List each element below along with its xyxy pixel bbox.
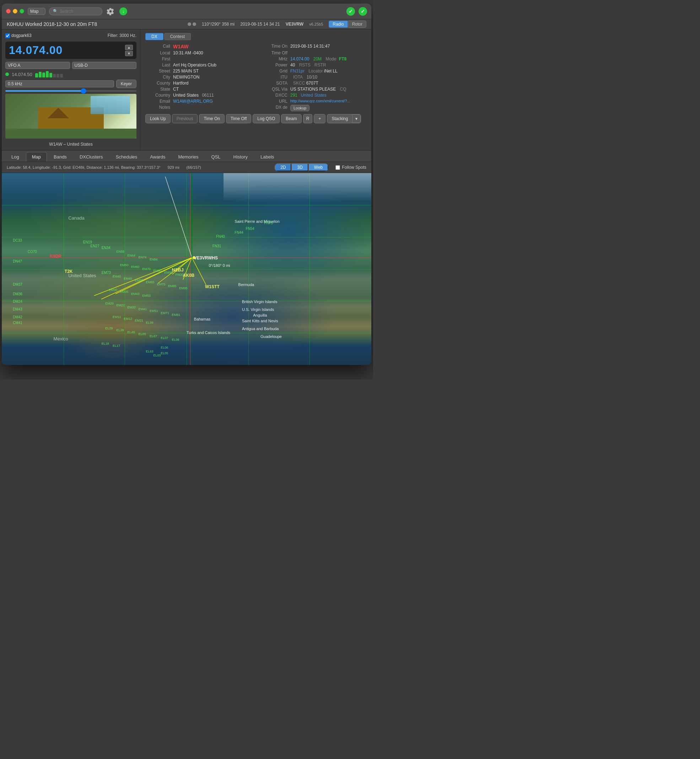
freq-up[interactable]: ▲ [125,45,133,50]
nav-tab-bar: Log Map Bands DXClusters Schedules Award… [2,150,371,162]
follow-spots[interactable]: Follow Spots [336,165,366,170]
dx-de-label: DX de [252,105,288,111]
filter-label: Filter: 3000 Hz. [108,33,136,38]
tab-bands[interactable]: Bands [48,152,73,162]
tab-history[interactable]: History [227,152,254,162]
state-label: State [145,87,170,92]
settings-button[interactable] [106,7,115,16]
dxcc-country: United States [301,93,326,98]
dogpark-checkbox[interactable] [5,33,10,38]
dxcc-value: 291 [290,93,297,98]
map-select[interactable]: Map [28,8,45,15]
dxcc-label: DXCC [252,93,288,98]
search-bar: 🔍 [49,8,102,15]
tab-qsl[interactable]: QSL [205,152,227,162]
lookup-small-btn[interactable]: Lookup [290,105,309,111]
time-off-button[interactable]: Time Off [226,114,251,123]
signal-dot [5,72,9,76]
rsts-label: RSTS [299,62,311,67]
tab-dx[interactable]: DX [145,33,164,40]
plus-button[interactable]: + [314,114,325,123]
tab-schedules[interactable]: Schedules [110,152,144,162]
dx-contest-tabs: DX Contest [145,33,366,40]
coords-label: Latitude: 58.4, Longitude: -91.3, Grid: … [7,165,161,170]
dot-1 [188,22,191,26]
check-2[interactable]: ✓ [359,7,367,16]
map-container[interactable]: Canada United States Mexico Saint Pierre… [2,173,371,365]
grid-value: FN31pr [290,69,305,73]
r-button[interactable]: R [303,114,313,123]
qsl-via-value: US STATIONS PLEASE [290,87,336,92]
keyer-btn[interactable]: Keyer [116,80,136,88]
sota-label: SOTA [252,81,288,86]
county-label: County [145,81,170,86]
freq-down[interactable]: ▼ [125,51,133,56]
volume-slider[interactable] [5,90,136,92]
checkbox-dogpark[interactable]: dogpark63 [5,33,31,38]
tab-dxclusters[interactable]: DXClusters [73,152,109,162]
vfo-select[interactable]: VFO A [5,62,70,69]
khz-select[interactable]: 0.5 kHz [5,80,114,87]
tab-log[interactable]: Log [5,152,25,162]
distance2-label: 929 mi [168,165,180,170]
grid-label: Grid [252,69,288,73]
country-label: Country [145,93,170,98]
tab-contest[interactable]: Contest [164,33,191,40]
tab-map[interactable]: Map [26,152,47,162]
slider-row [5,90,136,92]
download-button[interactable]: ↓ [119,7,128,16]
close-button[interactable] [6,9,11,14]
call-value: W1AW [173,44,249,49]
view-web[interactable]: Web [308,164,328,171]
bar-7 [56,74,59,78]
time-on-label: Time On [252,44,288,49]
maximize-button[interactable] [20,9,24,14]
main-window: Map 🔍 ↓ ✓ ✓ K0HUU Worked 2018-12-30 on 2… [2,3,371,365]
local-value: 10:31 AM -0400 [173,50,249,55]
ocean-se [131,269,334,365]
stacking-button[interactable]: Stacking [327,114,352,123]
check-1[interactable]: ✓ [347,7,355,16]
qsl-via-label: QSL Via [252,87,288,92]
search-input[interactable] [60,9,102,14]
last-value: Arrl Hq Operators Club [173,62,249,67]
minimize-button[interactable] [13,9,17,14]
log-qso-button[interactable]: Log QSO [253,114,280,123]
email-label: Email [145,99,170,104]
country-row: United States 06111 [173,93,249,98]
power-value: 40 [290,62,295,67]
tab-labels[interactable]: Labels [255,152,280,162]
left-panel: dogpark63 Filter: 3000 Hz. 14.074.00 ▲ ▼… [2,30,141,150]
band-value: 20M [313,56,322,61]
action-buttons: Look Up Previous Time On Time Off Log QS… [145,114,366,123]
freq-main: 14.074.00 [9,44,62,57]
lookup-button[interactable]: Look Up [145,114,170,123]
state-value: CT [173,87,249,92]
infobar: K0HUU Worked 2018-12-30 on 20m FT8 110°/… [2,19,371,30]
follow-spots-checkbox[interactable] [336,165,340,170]
tab-memories[interactable]: Memories [172,152,204,162]
url-value: http://www.qrz.com/xml/current/?... [290,99,366,104]
stacking-chevron[interactable]: ▾ [352,114,361,123]
previous-button[interactable]: Previous [172,114,198,123]
zipcode: 06111 [202,93,214,98]
radio-controls: dogpark63 Filter: 3000 Hz. [5,33,136,38]
view-3d[interactable]: 3D [291,164,308,171]
city-label: City [145,75,170,80]
tab-radio[interactable]: Radio [329,20,347,28]
tab-rotor[interactable]: Rotor [348,20,366,28]
bar-3 [42,72,45,78]
callsign-info: VE3VRW [286,22,303,27]
view-2d[interactable]: 2D [275,164,291,171]
tab-awards[interactable]: Awards [144,152,171,162]
freq-sub: 14.074.50 [12,72,32,77]
bar-2 [39,72,42,78]
time-on-button[interactable]: Time On [199,114,225,123]
beam-button[interactable]: Beam [281,114,301,123]
vfo-controls: VFO A USB-D [5,62,136,69]
mode-select[interactable]: USB-D [72,62,137,69]
call-label: Call [145,44,170,49]
mode-label: Mode [325,56,336,61]
main-content: dogpark63 Filter: 3000 Hz. 14.074.00 ▲ ▼… [2,30,371,150]
traffic-lights [6,9,24,14]
